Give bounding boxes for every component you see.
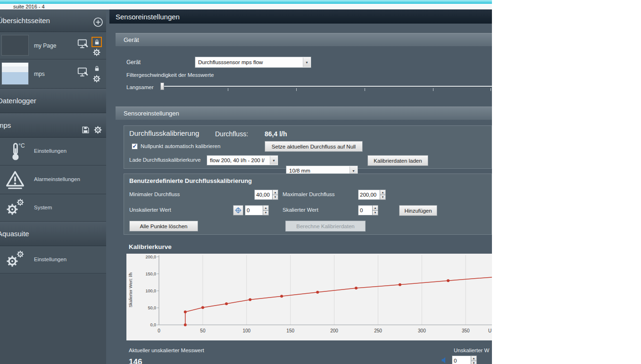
gears-icon	[4, 249, 25, 270]
set-flow-zero-button[interactable]: Setze aktuellen Durchfluss auf Null	[265, 141, 363, 152]
sidebar-header-datenlogger-label: Datenlogger	[0, 97, 36, 105]
slider-label: Langsamer	[126, 84, 154, 90]
window-title: suite 2016 - 4	[13, 4, 45, 9]
current-measure-label: Aktueller unskalierter Messwert	[129, 347, 204, 353]
display-edit-icon[interactable]	[76, 38, 90, 50]
group-custom-calibration: Benutzerdefinierte Durchflusskalibrierun…	[124, 174, 492, 235]
spin-down-button[interactable]	[263, 211, 269, 216]
sidebar-header-mps[interactable]: mps	[0, 113, 106, 138]
unscaled-input[interactable]	[245, 205, 263, 215]
page-item-mypage[interactable]: my Page	[0, 32, 106, 59]
page-item-mps[interactable]: mps	[0, 59, 106, 89]
svg-text:300: 300	[418, 328, 426, 333]
sidebar-header-mps-label: mps	[0, 121, 11, 129]
min-flow-input[interactable]	[254, 190, 272, 200]
window-titlebar: suite 2016 - 4	[0, 4, 492, 9]
crosshair-icon	[234, 207, 242, 214]
pick-value-button[interactable]	[233, 205, 243, 215]
spin-up-button[interactable]	[372, 205, 378, 211]
group-title: Benutzerdefinierte Durchflusskalibrierun…	[129, 177, 252, 184]
unscaled-label: Unskalierter Wert	[129, 207, 171, 213]
slider-track	[160, 86, 492, 87]
gear-icon[interactable]	[92, 48, 101, 57]
calibration-chart: 0501001502002503003500,050,0100,0150,020…	[126, 254, 492, 340]
flow-value: 86,4 l/h	[265, 130, 287, 138]
gear-icon[interactable]	[93, 125, 102, 134]
window-accent-bar	[0, 0, 492, 4]
curve-title: Kalibrierkurve	[129, 243, 172, 250]
max-flow-label: Maximaler Durchfluss	[283, 191, 335, 197]
sidebar-header-overview-label: Übersichtsseiten	[0, 17, 50, 25]
filter-speed-slider[interactable]	[160, 81, 492, 92]
section-header-geraet: Gerät	[116, 33, 492, 46]
svg-text:350: 350	[462, 328, 470, 333]
save-icon[interactable]	[81, 125, 90, 134]
device-select[interactable]: Durchflusssensor mps flow	[195, 57, 311, 68]
spin-down-button[interactable]	[471, 361, 477, 364]
sidebar-item-label: System	[34, 205, 52, 210]
display-edit-icon[interactable]	[76, 66, 90, 78]
app-window: suite 2016 - 4 Übersichtsseiten my Page	[0, 0, 492, 364]
calc-calibration-button[interactable]: Berechne Kalibrierdaten	[285, 221, 366, 232]
clear-points-button[interactable]: Alle Punkte löschen	[129, 221, 198, 232]
svg-text:0: 0	[158, 328, 160, 333]
spin-down-button[interactable]	[372, 211, 378, 216]
device-label: Gerät	[126, 59, 141, 66]
spin-up-button[interactable]	[471, 356, 477, 361]
spin-up-button[interactable]	[272, 190, 278, 195]
sidebar-item-aquasuite-einstellungen[interactable]: Einstellungen	[0, 246, 106, 273]
add-page-button[interactable]	[93, 17, 103, 27]
load-calibration-button[interactable]: Kalibrierdaten laden	[367, 155, 428, 166]
calibration-curve-select[interactable]: flow 200, 40 l/h - 200 l/	[207, 155, 278, 165]
spin-up-button[interactable]	[380, 190, 386, 195]
sidebar-header-aquasuite[interactable]: Aquasuite	[0, 222, 106, 246]
sidebar-item-label: Einstellungen	[34, 148, 67, 154]
filter-speed-label: Filtergeschwindigkeit der Messwerte	[126, 72, 214, 78]
svg-text:200,0: 200,0	[145, 255, 156, 259]
gear-icon[interactable]	[92, 74, 101, 83]
sidebar-item-alarmeinstellungen[interactable]: Alarmeinstellungen	[0, 165, 106, 194]
footer-unscaled-input[interactable]	[452, 356, 471, 364]
sidebar-header-aquasuite-label: Aquasuite	[0, 230, 29, 238]
lock-icon[interactable]	[92, 37, 102, 47]
max-flow-input[interactable]	[358, 190, 380, 200]
scaled-input[interactable]	[358, 205, 372, 215]
auto-zero-checkbox[interactable]	[132, 143, 138, 149]
slider-handle[interactable]	[160, 83, 164, 90]
thermometer-icon: °C	[5, 141, 25, 162]
svg-text:100,0: 100,0	[145, 289, 156, 293]
min-flow-label: Minimaler Durchfluss	[129, 191, 180, 197]
sidebar-item-system[interactable]: System	[0, 194, 106, 222]
svg-text:150,0: 150,0	[145, 272, 156, 276]
sidebar-item-einstellungen[interactable]: °C Einstellungen	[0, 138, 106, 165]
svg-text:0,0: 0,0	[150, 323, 156, 327]
svg-text:100: 100	[242, 328, 250, 333]
svg-text:U: U	[488, 328, 491, 333]
svg-text:150: 150	[286, 328, 294, 333]
group-title: Durchflusskalibrierung	[129, 129, 199, 137]
spin-up-button[interactable]	[263, 205, 269, 211]
spin-down-button[interactable]	[380, 195, 386, 200]
flow-label: Durchfluss:	[215, 130, 248, 138]
sidebar-header-overview[interactable]: Übersichtsseiten	[0, 9, 106, 32]
svg-text:50,0: 50,0	[148, 306, 156, 310]
warning-icon	[5, 169, 25, 190]
sidebar: Übersichtsseiten my Page	[0, 9, 106, 364]
chevron-down-icon	[270, 156, 277, 165]
svg-text:Skalierter Wert: l/h: Skalierter Wert: l/h	[128, 273, 133, 307]
lock-icon[interactable]	[92, 63, 102, 74]
min-flow-spinner	[254, 190, 278, 200]
svg-text:50: 50	[200, 328, 206, 333]
sidebar-header-datenlogger[interactable]: Datenlogger	[0, 89, 106, 113]
svg-text:°C: °C	[18, 142, 25, 149]
scaled-spinner	[358, 205, 378, 215]
group-durchflusskalibrierung: Durchflusskalibrierung Durchfluss: 86,4 …	[124, 125, 492, 169]
add-point-button[interactable]: Hinzufügen	[399, 205, 437, 216]
sidebar-empty-area	[0, 273, 106, 364]
speaker-icon[interactable]	[441, 356, 449, 364]
calibration-chart-svg: 0501001502002503003500,050,0100,0150,020…	[126, 254, 492, 340]
spin-down-button[interactable]	[272, 195, 278, 200]
chevron-down-icon	[303, 58, 310, 67]
auto-zero-label: Nullpunkt automatisch kalibrieren	[141, 143, 220, 149]
footer-right-label: Unskalierter W	[454, 347, 489, 353]
